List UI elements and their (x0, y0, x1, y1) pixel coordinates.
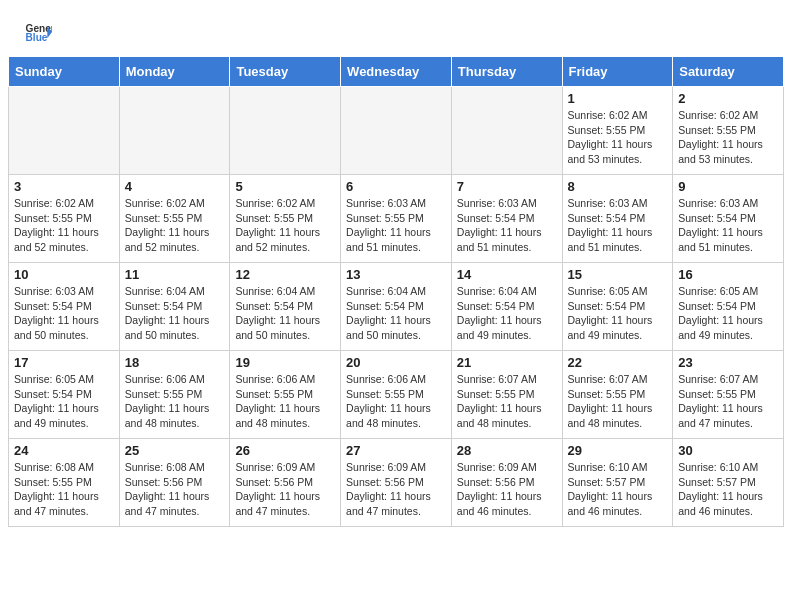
calendar-cell: 13Sunrise: 6:04 AM Sunset: 5:54 PM Dayli… (341, 263, 452, 351)
day-number: 30 (678, 443, 778, 458)
day-number: 28 (457, 443, 557, 458)
svg-text:Blue: Blue (26, 32, 48, 43)
day-number: 4 (125, 179, 225, 194)
day-info: Sunrise: 6:03 AM Sunset: 5:54 PM Dayligh… (14, 284, 114, 343)
weekday-tuesday: Tuesday (230, 57, 341, 87)
calendar-cell: 24Sunrise: 6:08 AM Sunset: 5:55 PM Dayli… (9, 439, 120, 527)
day-number: 1 (568, 91, 668, 106)
calendar-cell: 25Sunrise: 6:08 AM Sunset: 5:56 PM Dayli… (119, 439, 230, 527)
day-info: Sunrise: 6:06 AM Sunset: 5:55 PM Dayligh… (235, 372, 335, 431)
weekday-monday: Monday (119, 57, 230, 87)
day-number: 7 (457, 179, 557, 194)
week-row-4: 17Sunrise: 6:05 AM Sunset: 5:54 PM Dayli… (9, 351, 784, 439)
day-info: Sunrise: 6:04 AM Sunset: 5:54 PM Dayligh… (346, 284, 446, 343)
day-number: 25 (125, 443, 225, 458)
calendar-cell: 14Sunrise: 6:04 AM Sunset: 5:54 PM Dayli… (451, 263, 562, 351)
calendar-cell: 16Sunrise: 6:05 AM Sunset: 5:54 PM Dayli… (673, 263, 784, 351)
day-info: Sunrise: 6:07 AM Sunset: 5:55 PM Dayligh… (568, 372, 668, 431)
day-number: 27 (346, 443, 446, 458)
day-info: Sunrise: 6:04 AM Sunset: 5:54 PM Dayligh… (457, 284, 557, 343)
day-info: Sunrise: 6:09 AM Sunset: 5:56 PM Dayligh… (457, 460, 557, 519)
calendar-cell: 28Sunrise: 6:09 AM Sunset: 5:56 PM Dayli… (451, 439, 562, 527)
day-number: 26 (235, 443, 335, 458)
day-info: Sunrise: 6:07 AM Sunset: 5:55 PM Dayligh… (457, 372, 557, 431)
calendar-cell: 19Sunrise: 6:06 AM Sunset: 5:55 PM Dayli… (230, 351, 341, 439)
calendar-cell: 2Sunrise: 6:02 AM Sunset: 5:55 PM Daylig… (673, 87, 784, 175)
day-number: 18 (125, 355, 225, 370)
logo: General Blue (24, 18, 56, 46)
day-info: Sunrise: 6:02 AM Sunset: 5:55 PM Dayligh… (235, 196, 335, 255)
calendar-cell: 11Sunrise: 6:04 AM Sunset: 5:54 PM Dayli… (119, 263, 230, 351)
day-number: 3 (14, 179, 114, 194)
day-number: 20 (346, 355, 446, 370)
day-info: Sunrise: 6:04 AM Sunset: 5:54 PM Dayligh… (235, 284, 335, 343)
day-number: 2 (678, 91, 778, 106)
day-info: Sunrise: 6:02 AM Sunset: 5:55 PM Dayligh… (14, 196, 114, 255)
day-number: 17 (14, 355, 114, 370)
day-number: 5 (235, 179, 335, 194)
day-info: Sunrise: 6:08 AM Sunset: 5:56 PM Dayligh… (125, 460, 225, 519)
day-number: 8 (568, 179, 668, 194)
day-info: Sunrise: 6:05 AM Sunset: 5:54 PM Dayligh… (568, 284, 668, 343)
weekday-saturday: Saturday (673, 57, 784, 87)
calendar-cell (451, 87, 562, 175)
day-number: 15 (568, 267, 668, 282)
day-info: Sunrise: 6:09 AM Sunset: 5:56 PM Dayligh… (235, 460, 335, 519)
day-info: Sunrise: 6:04 AM Sunset: 5:54 PM Dayligh… (125, 284, 225, 343)
calendar-cell: 27Sunrise: 6:09 AM Sunset: 5:56 PM Dayli… (341, 439, 452, 527)
day-info: Sunrise: 6:06 AM Sunset: 5:55 PM Dayligh… (125, 372, 225, 431)
day-number: 22 (568, 355, 668, 370)
header: General Blue (0, 0, 792, 56)
day-info: Sunrise: 6:06 AM Sunset: 5:55 PM Dayligh… (346, 372, 446, 431)
day-number: 23 (678, 355, 778, 370)
day-number: 19 (235, 355, 335, 370)
day-number: 9 (678, 179, 778, 194)
day-number: 24 (14, 443, 114, 458)
calendar-cell: 4Sunrise: 6:02 AM Sunset: 5:55 PM Daylig… (119, 175, 230, 263)
day-number: 11 (125, 267, 225, 282)
day-info: Sunrise: 6:03 AM Sunset: 5:54 PM Dayligh… (568, 196, 668, 255)
calendar-cell: 20Sunrise: 6:06 AM Sunset: 5:55 PM Dayli… (341, 351, 452, 439)
calendar-cell: 22Sunrise: 6:07 AM Sunset: 5:55 PM Dayli… (562, 351, 673, 439)
calendar-cell: 12Sunrise: 6:04 AM Sunset: 5:54 PM Dayli… (230, 263, 341, 351)
week-row-2: 3Sunrise: 6:02 AM Sunset: 5:55 PM Daylig… (9, 175, 784, 263)
day-info: Sunrise: 6:03 AM Sunset: 5:54 PM Dayligh… (457, 196, 557, 255)
calendar-container: SundayMondayTuesdayWednesdayThursdayFrid… (0, 56, 792, 535)
calendar-cell: 17Sunrise: 6:05 AM Sunset: 5:54 PM Dayli… (9, 351, 120, 439)
weekday-header-row: SundayMondayTuesdayWednesdayThursdayFrid… (9, 57, 784, 87)
calendar-cell: 7Sunrise: 6:03 AM Sunset: 5:54 PM Daylig… (451, 175, 562, 263)
calendar-cell: 1Sunrise: 6:02 AM Sunset: 5:55 PM Daylig… (562, 87, 673, 175)
day-info: Sunrise: 6:02 AM Sunset: 5:55 PM Dayligh… (678, 108, 778, 167)
calendar-cell (230, 87, 341, 175)
week-row-5: 24Sunrise: 6:08 AM Sunset: 5:55 PM Dayli… (9, 439, 784, 527)
day-info: Sunrise: 6:05 AM Sunset: 5:54 PM Dayligh… (14, 372, 114, 431)
calendar-cell: 5Sunrise: 6:02 AM Sunset: 5:55 PM Daylig… (230, 175, 341, 263)
calendar-cell: 10Sunrise: 6:03 AM Sunset: 5:54 PM Dayli… (9, 263, 120, 351)
calendar-cell: 8Sunrise: 6:03 AM Sunset: 5:54 PM Daylig… (562, 175, 673, 263)
calendar-cell: 9Sunrise: 6:03 AM Sunset: 5:54 PM Daylig… (673, 175, 784, 263)
day-number: 16 (678, 267, 778, 282)
logo-icon: General Blue (24, 18, 52, 46)
calendar-cell: 18Sunrise: 6:06 AM Sunset: 5:55 PM Dayli… (119, 351, 230, 439)
day-info: Sunrise: 6:02 AM Sunset: 5:55 PM Dayligh… (125, 196, 225, 255)
calendar-cell: 29Sunrise: 6:10 AM Sunset: 5:57 PM Dayli… (562, 439, 673, 527)
day-number: 21 (457, 355, 557, 370)
week-row-3: 10Sunrise: 6:03 AM Sunset: 5:54 PM Dayli… (9, 263, 784, 351)
calendar-cell: 23Sunrise: 6:07 AM Sunset: 5:55 PM Dayli… (673, 351, 784, 439)
calendar-cell: 6Sunrise: 6:03 AM Sunset: 5:55 PM Daylig… (341, 175, 452, 263)
week-row-1: 1Sunrise: 6:02 AM Sunset: 5:55 PM Daylig… (9, 87, 784, 175)
day-info: Sunrise: 6:10 AM Sunset: 5:57 PM Dayligh… (678, 460, 778, 519)
day-info: Sunrise: 6:09 AM Sunset: 5:56 PM Dayligh… (346, 460, 446, 519)
calendar-cell (119, 87, 230, 175)
calendar-table: SundayMondayTuesdayWednesdayThursdayFrid… (8, 56, 784, 527)
day-info: Sunrise: 6:05 AM Sunset: 5:54 PM Dayligh… (678, 284, 778, 343)
calendar-cell: 15Sunrise: 6:05 AM Sunset: 5:54 PM Dayli… (562, 263, 673, 351)
day-info: Sunrise: 6:02 AM Sunset: 5:55 PM Dayligh… (568, 108, 668, 167)
day-info: Sunrise: 6:08 AM Sunset: 5:55 PM Dayligh… (14, 460, 114, 519)
calendar-cell (341, 87, 452, 175)
calendar-cell (9, 87, 120, 175)
day-info: Sunrise: 6:10 AM Sunset: 5:57 PM Dayligh… (568, 460, 668, 519)
day-number: 13 (346, 267, 446, 282)
day-number: 29 (568, 443, 668, 458)
weekday-thursday: Thursday (451, 57, 562, 87)
